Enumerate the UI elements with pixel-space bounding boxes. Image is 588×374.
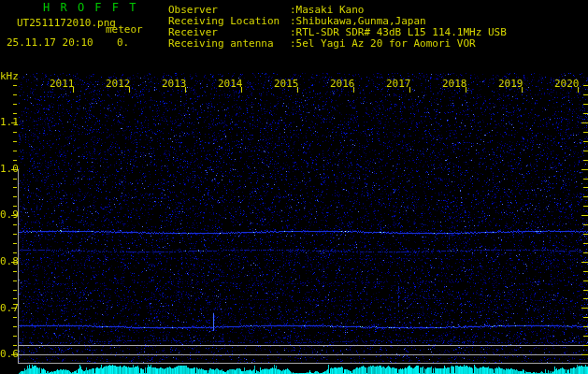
y-tick-label-0-7: 0.7: [0, 303, 19, 314]
y-tick-label-0-8: 0.8: [0, 256, 19, 267]
x-tick-label-2018: 2018: [442, 79, 467, 90]
info-label-receiving-antenna: Receiving antenna: [168, 38, 274, 50]
x-tick-label-2013: 2013: [162, 79, 187, 90]
hrofft-window: H R O F F T UT2511172010.png meteor 25.1…: [0, 0, 588, 374]
y-tick-label-0-9: 0.9: [0, 209, 19, 221]
spectrogram-canvas: [0, 0, 588, 374]
y-axis-unit-label: kHz: [0, 71, 19, 82]
x-tick-label-2020: 2020: [554, 79, 580, 90]
y-tick-label-1-0: 1.0: [0, 164, 19, 175]
x-tick-label-2019: 2019: [498, 79, 523, 90]
x-tick-label-2014: 2014: [218, 79, 243, 90]
app-title: H R O F F T: [43, 2, 137, 13]
y-tick-label-0-6: 0.6: [0, 349, 19, 360]
info-value-receiving-antenna: :5el Yagi Az 20 for Aomori VOR: [290, 38, 476, 50]
datetime: 25.11.17 20:10: [7, 37, 93, 49]
echo-count: 0.: [117, 37, 129, 49]
filename: UT2511172010.png: [17, 18, 116, 29]
x-tick-label-2015: 2015: [274, 79, 299, 90]
x-tick-label-2016: 2016: [330, 79, 355, 90]
x-tick-label-2011: 2011: [50, 79, 75, 90]
x-tick-label-2017: 2017: [386, 79, 411, 90]
y-tick-label-1-1: 1.1: [0, 117, 19, 128]
x-tick-label-2012: 2012: [106, 79, 131, 90]
observation-name: meteor: [106, 24, 143, 36]
